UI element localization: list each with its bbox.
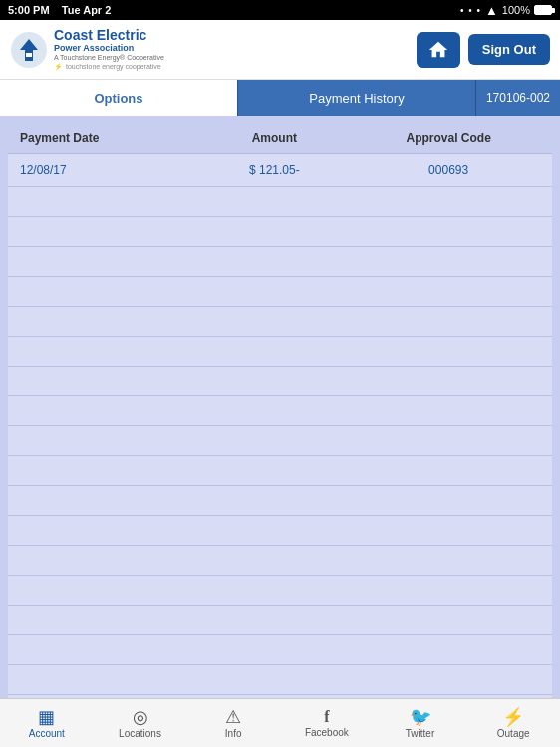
table-row-empty (8, 546, 552, 576)
table-row-empty (8, 486, 552, 516)
account-number: 170106-002 (476, 80, 560, 116)
bottom-nav-locations[interactable]: ◎ Locations (94, 699, 187, 747)
table-row-empty (8, 576, 552, 606)
table-row-empty (8, 396, 552, 426)
table-row-empty (8, 307, 552, 337)
bottom-nav-facebook[interactable]: f Facebook (280, 699, 374, 747)
logo-name-line2: Power Association (54, 44, 164, 54)
table-body: 12/08/17 $ 121.05- 000693 (8, 154, 552, 699)
info-icon: ⚠ (225, 708, 241, 726)
touchstone-badge: ⚡ (54, 63, 63, 71)
table-row-empty (8, 247, 552, 277)
touchstone-text: touchstone energy cooperative (66, 63, 161, 70)
header: Coast Electric Power Association A Touch… (0, 20, 560, 80)
outage-icon: ⚡ (502, 708, 524, 726)
facebook-icon: f (324, 709, 329, 725)
logo-area: Coast Electric Power Association A Touch… (10, 28, 164, 70)
bottom-nav-outage[interactable]: ⚡ Outage (466, 699, 560, 747)
battery-icon (534, 5, 552, 15)
table-row-empty (8, 217, 552, 247)
logo-tagline: A Touchstone Energy® Cooperative (54, 54, 164, 61)
table-row-empty (8, 426, 552, 456)
sign-out-button[interactable]: Sign Out (468, 34, 550, 65)
status-date: Tue Apr 2 (62, 4, 112, 16)
header-buttons: Sign Out (417, 32, 550, 68)
table-row-empty (8, 606, 552, 635)
nav-tabs: Options Payment History 170106-002 (0, 80, 560, 116)
home-icon (427, 39, 449, 61)
locations-icon: ◎ (133, 708, 148, 726)
cell-date: 12/08/17 (8, 154, 203, 187)
table-row-empty (8, 635, 552, 665)
table-row-empty (8, 367, 552, 396)
tab-payment-history[interactable]: Payment History (238, 80, 476, 116)
table-row-empty (8, 456, 552, 486)
bottom-nav-twitter[interactable]: 🐦 Twitter (374, 699, 467, 747)
cell-amount: $ 121.05- (203, 154, 345, 187)
logo-icon (10, 31, 48, 69)
twitter-icon: 🐦 (410, 708, 431, 726)
table-row-empty (8, 516, 552, 546)
table-row-empty (8, 665, 552, 695)
cell-approval-code: 000693 (345, 154, 552, 187)
bottom-nav-info[interactable]: ⚠ Info (186, 699, 280, 747)
table-header: Payment Date Amount Approval Code (8, 124, 552, 154)
account-icon: ▦ (38, 708, 55, 726)
col-payment-date: Payment Date (8, 124, 203, 154)
wifi-icon: ▲ (485, 3, 498, 18)
content-area: Payment Date Amount Approval Code 12/08/… (0, 116, 560, 698)
col-amount: Amount (203, 124, 345, 154)
bottom-nav-account[interactable]: ▦ Account (0, 699, 94, 747)
table-row-empty (8, 337, 552, 367)
tab-options[interactable]: Options (0, 80, 238, 116)
table-row-empty (8, 277, 552, 307)
table-row: 12/08/17 $ 121.05- 000693 (8, 154, 552, 187)
home-button[interactable] (417, 32, 460, 68)
table-row-empty (8, 187, 552, 217)
col-approval-code: Approval Code (345, 124, 552, 154)
payment-table: Payment Date Amount Approval Code 12/08/… (8, 124, 552, 698)
battery-percent: 100% (502, 4, 530, 16)
logo-name-line1: Coast Electric (54, 28, 164, 43)
status-bar: 5:00 PM Tue Apr 2 • • • ▲ 100% (0, 0, 560, 20)
signal-icon: • • • (460, 5, 481, 16)
status-time: 5:00 PM (8, 4, 50, 16)
bottom-nav: ▦ Account ◎ Locations ⚠ Info f Facebook … (0, 698, 560, 747)
